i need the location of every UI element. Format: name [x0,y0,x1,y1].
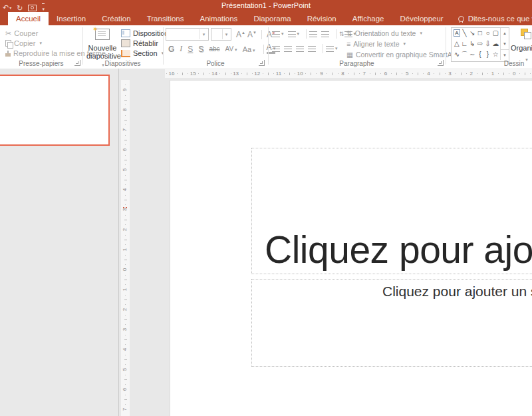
title-placeholder[interactable]: Cliquez pour ajouter un titre [251,148,532,274]
italic-button[interactable]: I [180,44,182,54]
tell-me-box[interactable]: Dites-nous ce que vous voulez faire.. [452,12,532,25]
right-brace-icon[interactable]: } [484,49,492,60]
justify-icon [308,46,316,52]
grow-font-button[interactable]: A▲ [236,30,245,39]
tab-affichage[interactable]: Affichage [344,12,392,25]
section-label: Section [133,49,158,57]
font-dialog-launcher[interactable] [259,60,265,66]
reset-label: Rétablir [133,39,158,47]
tab-insertion[interactable]: Insertion [49,12,94,25]
separator [336,29,336,39]
rectangle-icon[interactable]: □ [476,28,484,39]
slide-thumbnail-1[interactable] [0,75,110,146]
subtitle-placeholder[interactable]: Cliquez pour ajouter un sous-titre [251,279,532,367]
line-icon[interactable]: ╲ [461,28,469,39]
shapes-gallery: A ╲ ↘ □ ○ ▢ △ ∟ ↳ ⇨ ⇩ ☁ ∿ ⌒ ∼ { } [451,27,509,62]
tab-revision[interactable]: Révision [299,12,344,25]
elbow-icon[interactable]: ∟ [461,39,469,49]
cut-label: Couper [14,29,38,37]
shapes-scroll-up-button[interactable]: ▲ [501,28,509,39]
change-case-button[interactable]: Aa▾ [243,45,255,53]
clipboard-dialog-launcher[interactable] [74,60,80,66]
group-dessin: A ╲ ↘ □ ○ ▢ △ ∟ ↳ ⇨ ⇩ ☁ ∿ ⌒ ∼ { } [446,25,532,69]
elbow-arrow-icon[interactable]: ↳ [468,39,476,49]
underline-button[interactable]: S [188,45,193,54]
bullets-icon [272,31,280,37]
curve-icon[interactable]: ∼ [468,49,476,60]
section-button[interactable]: Section ▾ [121,49,164,57]
shapes-more-button[interactable]: ▼ [501,49,509,61]
font-name-combo[interactable]: ▾ [166,28,209,41]
columns-icon [326,46,334,52]
align-center-button[interactable] [284,46,292,52]
paragraph-dialog-launcher[interactable] [438,60,444,66]
arrange-label: Organiser [511,44,532,52]
title-placeholder-text: Cliquez pour ajouter un titre [265,230,532,270]
group-police: ▾ ▾ A▲ A▼ A◆ G I S S abc AV▾ Aa▾ A▾ Poli… [163,25,268,69]
scissors-icon: ✂ [5,30,11,37]
tab-diaporama[interactable]: Diaporama [245,12,299,25]
align-right-button[interactable] [296,46,304,52]
smartart-label: Convertir en graphique SmartArt [356,51,456,59]
align-left-button[interactable] [272,46,280,52]
arrange-icon [521,29,531,39]
triangle-icon[interactable]: △ [453,39,461,49]
font-size-combo[interactable]: ▾ [211,28,231,41]
tab-creation[interactable]: Création [94,12,138,25]
cut-button[interactable]: ✂ Couper [5,29,38,37]
group-label-dessin: Dessin [485,60,532,67]
reset-icon [121,39,130,47]
smartart-icon: ▦ [346,51,353,59]
tab-developpeur[interactable]: Développeur [392,12,451,25]
rounded-rectangle-icon[interactable]: ▢ [491,28,499,39]
decrease-indent-icon [309,31,317,37]
oval-icon[interactable]: ○ [484,28,492,39]
arc-icon[interactable]: ⌒ [461,49,469,60]
vertical-ruler: 98765432101234567 [121,80,130,416]
cloud-icon[interactable]: ☁ [491,39,499,49]
separator [306,29,307,39]
horizontal-ruler: 1615141312111098765432101 [165,69,532,78]
copy-button[interactable]: Copier ▾ [5,39,42,47]
character-spacing-button[interactable]: AV▾ [225,45,237,53]
font-size-dropdown-icon: ▾ [222,29,230,39]
tab-animations[interactable]: Animations [192,12,245,25]
copy-icon [5,40,11,47]
new-slide-icon: ✶ [95,29,110,40]
window-title: Présentation1 - PowerPoint [0,1,532,9]
decrease-indent-button[interactable] [309,31,317,37]
numbering-button[interactable]: ▾ [288,31,300,37]
group-presse-papiers: ✂ Couper Copier ▾ Reproduire la mise en … [0,25,82,69]
shapes-scroll-down-button[interactable]: ▼ [501,39,509,49]
down-arrow-icon[interactable]: ⇩ [484,39,492,49]
arrow-icon[interactable]: ↘ [468,28,476,39]
copy-dropdown-icon: ▾ [39,41,42,46]
align-left-icon [272,46,280,52]
group-diapositives: ✶ Nouvelle diapositive ▾ Disposition ▾ R… [82,25,163,69]
bullets-button[interactable]: ▾ [272,31,284,37]
shrink-font-button[interactable]: A▼ [247,30,257,39]
subtitle-placeholder-text: Cliquez pour ajouter un sous-titre [382,284,532,300]
text-box-icon[interactable]: A [453,28,461,39]
columns-button[interactable]: ▾ [326,46,338,52]
text-shadow-button[interactable]: S [198,45,203,54]
group-label-presse-papiers: Presse-papiers [0,60,82,67]
align-right-icon [296,46,304,52]
left-brace-icon[interactable]: { [476,49,484,60]
arrange-button[interactable]: Organiser ▾ [511,27,532,64]
increase-indent-button[interactable] [321,31,329,37]
tell-me-bulb-icon [458,16,464,22]
slide-editor[interactable]: Cliquez pour ajouter un titre Cliquez po… [170,80,532,416]
align-text-icon: ≡ [346,40,350,48]
tab-accueil[interactable]: Accueil [8,12,49,25]
right-arrow-icon[interactable]: ⇨ [476,39,484,49]
justify-button[interactable] [308,46,316,52]
strikethrough-button[interactable]: abc [209,45,219,53]
group-label-diapositives: Diapositives [82,60,163,67]
scribble-icon[interactable]: ∿ [453,49,461,60]
bold-button[interactable]: G [168,45,174,54]
tab-transitions[interactable]: Transitions [139,12,192,25]
star-icon[interactable]: ☆ [491,49,499,60]
reset-button[interactable]: Rétablir [121,39,158,47]
font-name-dropdown-icon: ▾ [200,29,207,39]
